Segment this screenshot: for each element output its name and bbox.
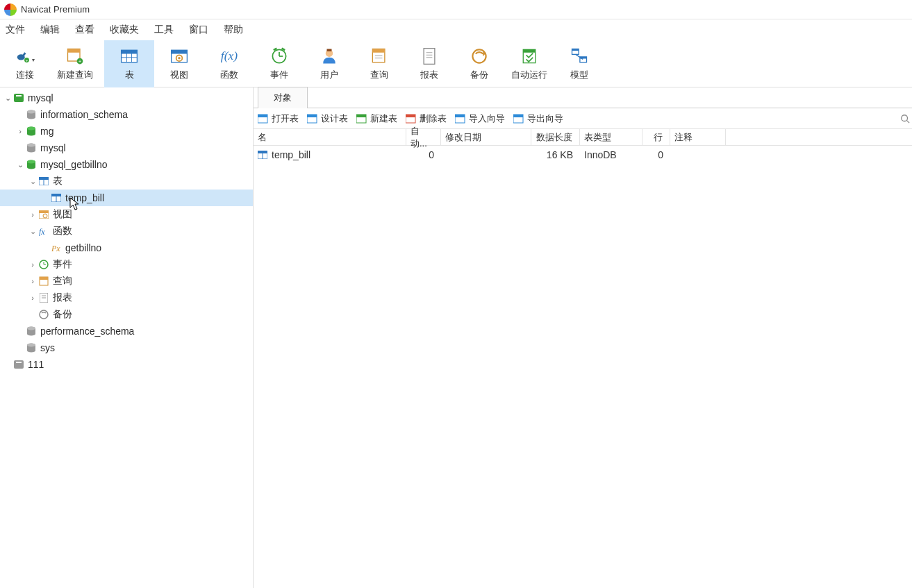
svg-rect-79 <box>258 115 267 117</box>
model-icon <box>570 47 589 66</box>
svg-point-16 <box>178 56 181 59</box>
column-header-datalen[interactable]: 数据长度 <box>531 129 580 145</box>
tree-label: 报表 <box>53 292 72 304</box>
objectbar-import-button[interactable]: 导入向导 <box>455 112 505 125</box>
svg-rect-29 <box>424 48 435 64</box>
menu-bar: 文件 编辑 查看 收藏夹 工具 窗口 帮助 <box>0 19 912 40</box>
tree-label: mysql <box>28 92 53 103</box>
chevron-down-icon[interactable]: ⌄ <box>28 177 38 186</box>
toolbar-report-button[interactable]: 报表 <box>404 40 454 87</box>
table-icon <box>258 151 267 159</box>
chevron-down-icon[interactable]: ⌄ <box>3 94 13 103</box>
table-row[interactable]: temp_bill016 KBInnoDB0 <box>254 146 912 164</box>
tree-item[interactable]: ▸111 <box>0 356 253 373</box>
tree-item[interactable]: ▸information_schema <box>0 106 253 123</box>
fx-blue-icon: fx <box>38 226 50 237</box>
objectbar-open-button[interactable]: 打开表 <box>258 112 299 125</box>
toolbar-backup-button[interactable]: 备份 <box>454 40 504 87</box>
svg-text:+: + <box>26 58 28 62</box>
clock-icon <box>270 47 289 66</box>
svg-point-45 <box>27 110 35 114</box>
tree-item[interactable]: ›事件 <box>0 256 253 273</box>
objectbar-design-button[interactable]: 设计表 <box>307 112 348 125</box>
column-header-comment[interactable]: 注释 <box>670 129 726 145</box>
toolbar-newquery-button[interactable]: +新建查询 <box>50 40 100 87</box>
toolbar-label: 表 <box>125 69 134 81</box>
table-action-icon <box>258 113 269 124</box>
menu-help[interactable]: 帮助 <box>224 24 243 36</box>
tree-item[interactable]: ⌄表 <box>0 173 253 190</box>
toolbar-function-button[interactable]: f(x)函数 <box>204 40 254 87</box>
tree-label: sys <box>40 342 55 353</box>
chevron-right-icon[interactable]: › <box>28 210 38 219</box>
menu-file[interactable]: 文件 <box>6 24 25 36</box>
menu-edit[interactable]: 编辑 <box>40 24 60 36</box>
svg-rect-9 <box>122 50 138 53</box>
menu-view[interactable]: 查看 <box>75 24 94 36</box>
db-gray-icon <box>25 342 38 353</box>
menu-fav[interactable]: 收藏夹 <box>110 24 139 36</box>
chevron-right-icon[interactable]: › <box>28 260 38 269</box>
svg-point-90 <box>902 115 908 121</box>
objectbar-delete-button[interactable]: 删除表 <box>406 112 447 125</box>
chevron-right-icon[interactable]: › <box>28 277 38 285</box>
chevron-right-icon[interactable]: › <box>28 294 38 302</box>
chevron-right-icon[interactable]: › <box>15 127 25 135</box>
objectbar-new-button[interactable]: 新建表 <box>356 112 397 125</box>
db-gray-icon <box>25 109 38 120</box>
tree-item[interactable]: ▸performance_schema <box>0 323 253 339</box>
toolbar-label: 连接 <box>16 69 34 81</box>
report-gray-icon <box>38 292 50 303</box>
tree-item[interactable]: ▸备份 <box>0 306 253 323</box>
plug-icon: +▾ <box>15 47 35 66</box>
cell-rows: 0 <box>642 149 670 160</box>
tree-item[interactable]: ›查询 <box>0 273 253 289</box>
column-header-tbltype[interactable]: 表类型 <box>580 129 642 145</box>
tab-objects[interactable]: 对象 <box>258 87 308 108</box>
tree-item[interactable]: ⌄fx函数 <box>0 223 253 240</box>
tree-item[interactable]: ⌄mysql_getbillno <box>0 156 253 173</box>
menu-tools[interactable]: 工具 <box>154 24 174 36</box>
tree-item[interactable]: ▸temp_bill <box>0 190 253 206</box>
tree-item[interactable]: ⌄mysql <box>0 90 253 106</box>
toolbar-user-button[interactable]: 用户 <box>304 40 354 87</box>
svg-text:Px: Px <box>51 244 60 253</box>
svg-point-51 <box>27 160 35 164</box>
toolbar-query-button[interactable]: 查询 <box>354 40 404 87</box>
chevron-down-icon[interactable]: ⌄ <box>15 160 25 169</box>
column-header-moddate[interactable]: 修改日期 <box>441 129 531 145</box>
column-header-name[interactable]: 名 <box>254 129 406 145</box>
column-header-auto[interactable]: 自动... <box>406 129 441 145</box>
tree-item[interactable]: ›报表 <box>0 289 253 306</box>
objectbar-label: 设计表 <box>321 112 348 125</box>
svg-rect-83 <box>356 115 366 117</box>
tree-item[interactable]: ›mg <box>0 123 253 140</box>
tree-item[interactable]: ▸mysql <box>0 140 253 156</box>
chevron-down-icon[interactable]: ⌄ <box>28 227 38 236</box>
toolbar-model-button[interactable]: 模型 <box>554 40 604 87</box>
toolbar-autorun-button[interactable]: 自动运行 <box>504 40 554 87</box>
menu-window[interactable]: 窗口 <box>189 24 208 36</box>
toolbar-connect-button[interactable]: +▾连接 <box>0 40 50 87</box>
search-icon[interactable] <box>898 108 912 129</box>
svg-rect-81 <box>307 115 317 117</box>
toolbar-label: 新建查询 <box>57 69 93 81</box>
objectbar-label: 新建表 <box>370 112 397 125</box>
list-header: 名自动...修改日期数据长度表类型行注释 <box>254 129 912 146</box>
db-gray-icon <box>25 326 38 337</box>
objectbar-export-button[interactable]: 导出向导 <box>513 112 563 125</box>
toolbar-label: 报表 <box>420 69 438 81</box>
toolbar-event-button[interactable]: 事件 <box>254 40 304 87</box>
column-header-rows[interactable]: 行 <box>642 129 670 145</box>
tree-item[interactable]: ›视图 <box>0 206 253 223</box>
connection-tree[interactable]: ⌄mysql▸information_schema›mg▸mysql⌄mysql… <box>0 87 254 588</box>
svg-rect-38 <box>572 49 579 51</box>
tree-item[interactable]: ▸Pxgetbillno <box>0 240 253 256</box>
conn-gray-icon <box>13 359 25 370</box>
user-icon <box>320 47 339 66</box>
toolbar-table-button[interactable]: 表 <box>104 40 154 87</box>
tree-item[interactable]: ▸sys <box>0 339 253 356</box>
tree-label: performance_schema <box>40 326 134 337</box>
toolbar-view-button[interactable]: 视图 <box>154 40 204 87</box>
svg-point-75 <box>27 344 35 347</box>
